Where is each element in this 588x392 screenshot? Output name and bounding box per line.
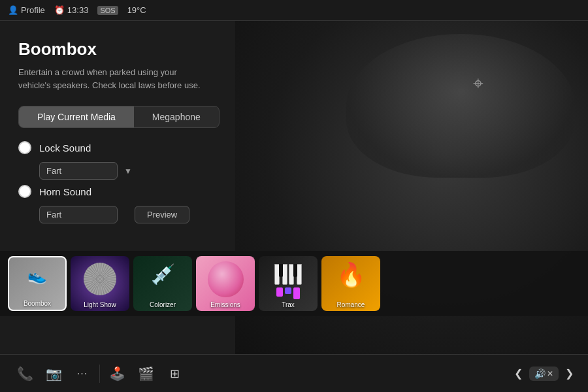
volume-control[interactable]: 🔊 ✕ <box>529 367 559 381</box>
horn-sound-dropdown-row: Fart Laser Whoopee Preview <box>18 206 305 223</box>
sos-item: SOS <box>97 6 118 15</box>
horn-sound-row: Horn Sound <box>18 185 305 198</box>
tesla-logo: ⌖ <box>473 73 483 95</box>
page-description: Entertain a crowd when parked using your… <box>18 66 201 91</box>
piano-container <box>259 256 318 285</box>
trax-bars <box>259 285 318 299</box>
taskbar-more[interactable]: ··· <box>68 359 97 388</box>
thumb-light-show-label: Light Show <box>71 301 129 308</box>
temp-label: 19°C <box>127 5 146 15</box>
thumb-romance[interactable]: 🔥 Romance <box>321 256 380 311</box>
lock-sound-radio[interactable] <box>18 141 31 154</box>
clock-item: ⏰ 13:33 <box>54 5 89 15</box>
thumb-boombox-label: Boombox <box>9 300 65 307</box>
profile-label: Profile <box>21 5 45 15</box>
lock-sound-select[interactable]: Fart Laser Whoopee <box>39 162 118 180</box>
taskbar-gamepad[interactable]: 🕹️ <box>103 359 131 388</box>
thumb-trax-label: Trax <box>259 301 318 308</box>
thumb-trax[interactable]: Trax <box>259 256 318 311</box>
bar-2 <box>285 287 291 294</box>
thumb-colorizer[interactable]: 💉 Colorizer <box>133 256 192 311</box>
lock-sound-dropdown-row: Fart Laser Whoopee ▼ <box>18 162 305 180</box>
piano-key-2 <box>279 264 283 277</box>
temp-item: 19°C <box>127 5 146 15</box>
horn-sound-label: Horn Sound <box>39 186 91 197</box>
nav-prev-arrow[interactable]: ❮ <box>510 365 527 382</box>
piano-key-3 <box>282 264 287 285</box>
taskbar-media[interactable]: 🎬 <box>131 359 160 388</box>
tab-play-current-media[interactable]: Play Current Media <box>19 106 134 127</box>
horn-sound-select[interactable]: Fart Laser Whoopee <box>39 206 118 223</box>
sos-label: SOS <box>97 6 118 15</box>
bar-3 <box>293 287 300 299</box>
lock-sound-row: Lock Sound <box>18 141 305 154</box>
mute-icon: ✕ <box>547 369 553 378</box>
taskbar-phone[interactable]: 📞 <box>10 359 39 388</box>
main-screen: ⌖ Boombox Entertain a crowd when parked … <box>0 21 588 354</box>
emissions-blob <box>208 261 244 297</box>
thumb-light-show[interactable]: Light Show <box>71 256 129 311</box>
thumb-romance-label: Romance <box>321 301 380 308</box>
taskbar-camera[interactable]: 📷 <box>39 359 68 388</box>
status-bar: 👤 Profile ⏰ 13:33 SOS 19°C <box>0 0 588 21</box>
taskbar: 📞 📷 ··· 🕹️ 🎬 ⊞ ❮ 🔊 ✕ ❯ <box>0 354 588 392</box>
thumb-colorizer-label: Colorizer <box>133 301 192 308</box>
thumb-boombox[interactable]: 👟 Boombox <box>8 256 67 311</box>
bar-1 <box>276 287 283 297</box>
lock-sound-label: Lock Sound <box>39 142 91 154</box>
piano-key-5 <box>293 264 297 277</box>
horn-sound-radio[interactable] <box>18 185 31 198</box>
taskbar-separator-1 <box>99 365 100 383</box>
thumb-emissions[interactable]: Emissions <box>196 256 255 311</box>
disco-ball-icon <box>84 263 116 295</box>
volume-icon: 🔊 <box>534 368 546 379</box>
time-label: 13:33 <box>67 5 89 15</box>
colorizer-icon: 💉 <box>133 263 192 286</box>
preview-button[interactable]: Preview <box>135 206 189 223</box>
clock-icon: ⏰ <box>54 5 65 15</box>
taskbar-apps[interactable]: ⊞ <box>160 359 189 388</box>
boombox-icon: 👟 <box>9 267 65 285</box>
nav-next-arrow[interactable]: ❯ <box>561 365 578 382</box>
thumbnails-bar: 👟 Boombox Light Show 💉 Colorizer Emissio… <box>0 251 588 316</box>
thumb-emissions-label: Emissions <box>196 301 255 308</box>
flame-icon: 🔥 <box>321 261 380 289</box>
tab-megaphone[interactable]: Megaphone <box>134 106 219 127</box>
person-icon: 👤 <box>8 5 18 15</box>
piano-key-6 <box>297 264 302 285</box>
profile-item[interactable]: 👤 Profile <box>8 5 45 15</box>
taskbar-nav: ❮ 🔊 ✕ ❯ <box>510 365 578 382</box>
tab-row: Play Current Media Megaphone <box>18 106 220 128</box>
page-title: Boombox <box>18 39 305 59</box>
car-shape <box>346 34 575 178</box>
